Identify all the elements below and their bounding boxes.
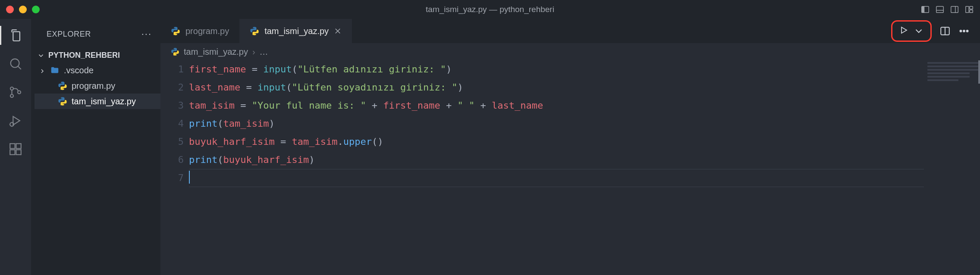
line-number: 1: [160, 60, 184, 78]
editor-actions: [891, 19, 980, 43]
svg-rect-1: [922, 6, 924, 13]
tab-label: tam_ismi_yaz.py: [264, 26, 329, 36]
current-line-highlight: [189, 169, 975, 187]
breadcrumbs[interactable]: tam_ismi_yaz.py › …: [160, 43, 980, 60]
sidebar-folder-name: PYTHON_REHBERI: [48, 51, 120, 60]
titlebar: tam_ismi_yaz.py — python_rehberi: [0, 0, 980, 19]
sidebar-header: EXPLORER ···: [31, 19, 160, 49]
more-actions-icon[interactable]: [958, 25, 970, 37]
svg-rect-2: [936, 6, 944, 13]
window-close-button[interactable]: [6, 6, 14, 13]
svg-point-27: [967, 30, 968, 32]
svg-rect-4: [951, 6, 958, 13]
python-file-icon: [58, 81, 67, 91]
svg-rect-16: [10, 144, 15, 148]
python-file-icon: [171, 47, 179, 56]
code-line[interactable]: first_name = input("Lütfen adınızı girin…: [189, 60, 980, 78]
python-file-icon: [171, 26, 180, 36]
activity-run-debug[interactable]: [7, 112, 24, 129]
line-number: 6: [160, 151, 184, 169]
svg-rect-7: [970, 6, 973, 9]
tree-file-tam-ismi-yaz[interactable]: tam_ismi_yaz.py: [35, 94, 160, 109]
tree-item-label: tam_ismi_yaz.py: [72, 97, 136, 106]
breadcrumb-file: tam_ismi_yaz.py: [184, 47, 248, 57]
line-number-gutter: 1234567: [160, 60, 189, 275]
python-file-icon: [250, 26, 259, 36]
file-tree: .vscode program.py tam_ismi_yaz.py: [31, 62, 160, 109]
svg-rect-17: [16, 144, 21, 148]
layout-left-icon[interactable]: [920, 5, 930, 14]
scroll-indicator: [978, 60, 980, 84]
svg-point-9: [11, 59, 19, 68]
svg-line-10: [18, 66, 21, 69]
code-line[interactable]: buyuk_harf_isim = tam_isim.upper(): [189, 133, 980, 151]
window-controls: [6, 6, 40, 13]
activity-bar: [0, 19, 31, 275]
folder-icon: [50, 66, 60, 75]
tab-tam-ismi-yaz-py[interactable]: tam_ismi_yaz.py: [239, 19, 352, 43]
minimap[interactable]: [924, 60, 980, 275]
line-number: 2: [160, 78, 184, 97]
svg-marker-14: [13, 116, 20, 125]
editor-tabbar: program.py tam_ismi_yaz.py: [160, 19, 980, 43]
close-icon[interactable]: [334, 27, 342, 35]
sidebar-folder-header[interactable]: PYTHON_REHBERI: [31, 49, 160, 62]
breadcrumb-separator: ›: [252, 47, 255, 57]
activity-source-control[interactable]: [7, 84, 24, 101]
python-file-icon: [58, 97, 67, 106]
split-editor-icon[interactable]: [939, 25, 951, 37]
activity-extensions[interactable]: [7, 141, 24, 158]
editor-area: program.py tam_ismi_yaz.py: [160, 19, 980, 275]
tree-item-label: program.py: [72, 81, 115, 91]
svg-point-12: [10, 94, 13, 97]
tree-item-label: .vscode: [64, 66, 94, 75]
line-number: 4: [160, 115, 184, 133]
svg-point-25: [960, 30, 961, 32]
layout-customize-icon[interactable]: [964, 5, 974, 14]
tab-label: program.py: [185, 26, 229, 36]
svg-marker-22: [901, 27, 907, 33]
window-title: tam_ismi_yaz.py — python_rehberi: [426, 5, 554, 14]
tree-folder-vscode[interactable]: .vscode: [35, 62, 160, 78]
breadcrumb-more: …: [260, 47, 268, 57]
svg-rect-6: [966, 6, 969, 13]
svg-rect-8: [970, 10, 973, 12]
code-content[interactable]: first_name = input("Lütfen adınızı girin…: [189, 60, 980, 275]
chevron-down-icon: [37, 52, 45, 59]
tab-program-py[interactable]: program.py: [160, 19, 239, 43]
play-icon: [898, 25, 909, 37]
layout-bottom-icon[interactable]: [935, 5, 945, 14]
chevron-right-icon: [39, 67, 46, 74]
activity-search[interactable]: [7, 55, 24, 72]
svg-rect-18: [10, 150, 15, 154]
line-number: 5: [160, 133, 184, 151]
sidebar-title: EXPLORER: [47, 30, 91, 39]
window-minimize-button[interactable]: [19, 6, 27, 13]
sidebar-more-icon[interactable]: ···: [141, 28, 152, 40]
activity-explorer[interactable]: [7, 27, 24, 44]
code-line[interactable]: print(tam_isim): [189, 115, 980, 133]
titlebar-layout-controls: [920, 5, 974, 14]
run-button[interactable]: [891, 20, 932, 42]
svg-point-13: [18, 91, 21, 94]
code-line[interactable]: tam_isim = "Your ful name is: " + first_…: [189, 97, 980, 115]
chevron-down-icon[interactable]: [913, 25, 924, 37]
code-editor[interactable]: 1234567 first_name = input("Lütfen adını…: [160, 60, 980, 275]
tree-file-program[interactable]: program.py: [35, 78, 160, 94]
line-number: 7: [160, 169, 184, 187]
code-line[interactable]: print(buyuk_harf_isim): [189, 151, 980, 169]
svg-rect-19: [16, 150, 21, 154]
window-maximize-button[interactable]: [32, 6, 40, 13]
sidebar-explorer: EXPLORER ··· PYTHON_REHBERI .vscode prog…: [31, 19, 160, 275]
code-line[interactable]: last_name = input("Lütfen soyadınızı gir…: [189, 78, 980, 97]
layout-right-icon[interactable]: [950, 5, 959, 14]
line-number: 3: [160, 97, 184, 115]
svg-point-26: [963, 30, 965, 32]
svg-point-11: [10, 87, 13, 90]
